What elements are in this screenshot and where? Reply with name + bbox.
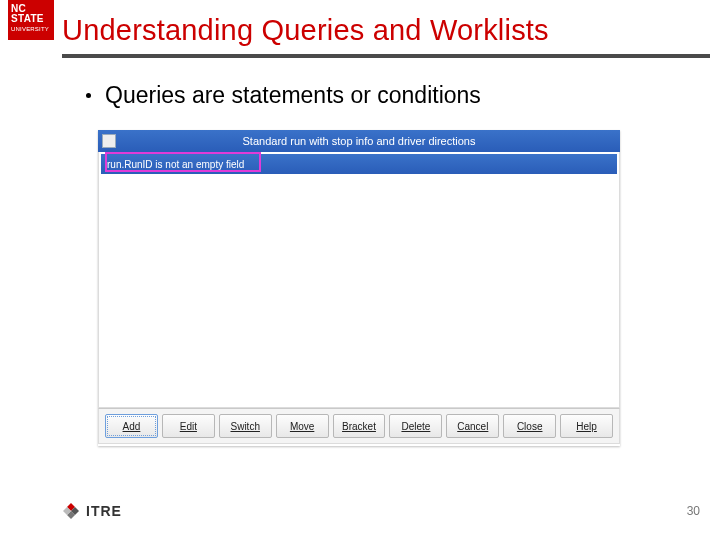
query-condition-row[interactable]: run.RunID is not an empty field <box>101 154 617 174</box>
page-number: 30 <box>687 504 700 518</box>
query-dialog: Standard run with stop info and driver d… <box>98 130 620 446</box>
query-condition-text: run.RunID is not an empty field <box>107 159 244 170</box>
add-button[interactable]: Add <box>105 414 158 438</box>
bracket-button[interactable]: Bracket <box>333 414 386 438</box>
itre-mark-icon <box>62 502 80 520</box>
ncstate-logo: NC STATE UNIVERSITY <box>8 0 54 40</box>
delete-button[interactable]: Delete <box>389 414 442 438</box>
bullet-text: Queries are statements or conditions <box>105 82 481 109</box>
edit-button[interactable]: Edit <box>162 414 215 438</box>
window-icon <box>102 134 116 148</box>
ncstate-line1: NC STATE <box>11 4 51 24</box>
dialog-body: run.RunID is not an empty field <box>98 152 620 408</box>
itre-logo: ITRE <box>62 502 122 520</box>
switch-button[interactable]: Switch <box>219 414 272 438</box>
slide-title: Understanding Queries and Worklists <box>62 14 549 47</box>
dialog-titlebar: Standard run with stop info and driver d… <box>98 130 620 152</box>
dialog-title: Standard run with stop info and driver d… <box>243 135 476 147</box>
dialog-button-row: Add Edit Switch Move Bracket Delete Canc… <box>98 408 620 444</box>
itre-text: ITRE <box>86 503 122 519</box>
help-button[interactable]: Help <box>560 414 613 438</box>
move-button[interactable]: Move <box>276 414 329 438</box>
bullet-item: Queries are statements or conditions <box>86 82 481 109</box>
bullet-icon <box>86 93 91 98</box>
cancel-button[interactable]: Cancel <box>446 414 499 438</box>
close-button[interactable]: Close <box>503 414 556 438</box>
title-divider <box>62 54 710 58</box>
ncstate-line2: UNIVERSITY <box>11 26 51 32</box>
